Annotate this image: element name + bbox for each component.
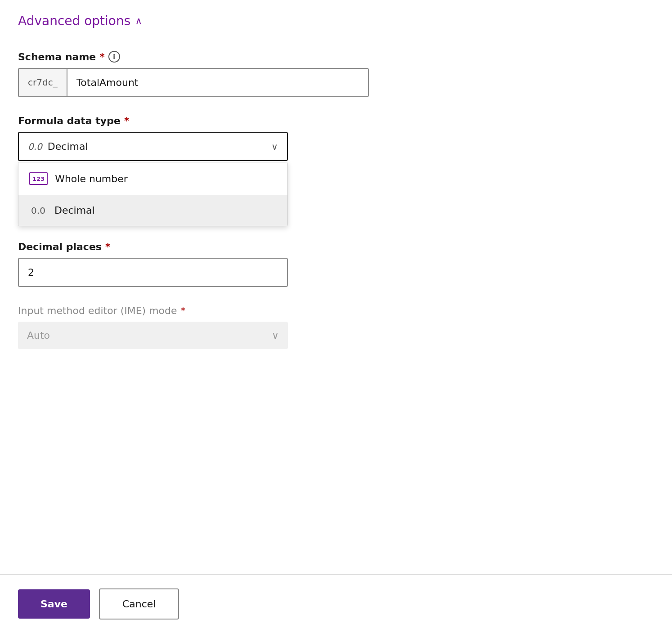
advanced-options-label: Advanced options [18,13,130,28]
decimal-type-icon: 0.0 [29,205,47,216]
schema-prefix: cr7dc_ [19,69,67,96]
main-content: Advanced options ∧ Schema name * i cr7dc… [0,0,405,574]
schema-name-required: * [99,51,105,63]
ime-mode-value: Auto [27,330,50,341]
save-button[interactable]: Save [18,589,90,619]
formula-data-type-dropdown-wrapper: 0.0 Decimal ∨ 123 Whole number 0.0 Decim… [18,132,288,161]
selected-decimal-icon: 0.0 [28,141,42,152]
decimal-places-input[interactable] [18,258,288,287]
ime-mode-trigger[interactable]: Auto ∨ [18,322,288,349]
schema-name-input-wrapper: cr7dc_ [18,68,369,97]
schema-name-section: Schema name * i cr7dc_ [18,51,387,97]
chevron-up-icon: ∧ [135,15,142,27]
page-container: Advanced options ∧ Schema name * i cr7dc… [0,0,672,633]
decimal-places-label: Decimal places * [18,241,387,252]
whole-number-label: Whole number [55,173,128,184]
ime-mode-label: Input method editor (IME) mode * [18,305,387,316]
formula-data-type-trigger[interactable]: 0.0 Decimal ∨ [18,132,288,161]
cancel-button[interactable]: Cancel [99,588,179,620]
formula-data-type-required: * [124,115,130,126]
formula-data-type-section: Formula data type * 0.0 Decimal ∨ 123 Wh… [18,115,387,161]
footer: Save Cancel [0,574,672,633]
ime-mode-section: Input method editor (IME) mode * Auto ∨ [18,305,387,349]
whole-number-icon: 123 [29,172,48,185]
ime-mode-required: * [181,305,186,316]
decimal-label: Decimal [54,205,95,216]
formula-data-type-label: Formula data type * [18,115,387,126]
decimal-places-section: Decimal places * [18,241,387,287]
advanced-options-header[interactable]: Advanced options ∧ [18,13,387,28]
dropdown-item-whole-number[interactable]: 123 Whole number [18,162,287,195]
ime-mode-chevron-icon: ∨ [272,330,279,341]
ime-mode-dropdown-wrapper: Auto ∨ [18,322,288,349]
schema-name-info-icon[interactable]: i [108,51,120,63]
dropdown-item-decimal[interactable]: 0.0 Decimal [18,195,287,226]
schema-name-label: Schema name * i [18,51,387,63]
schema-name-input[interactable] [67,69,368,96]
selected-value-label: Decimal [48,141,88,152]
dropdown-trigger-content: 0.0 Decimal [28,141,88,152]
decimal-places-required: * [105,241,111,252]
dropdown-chevron-icon: ∨ [271,141,278,152]
formula-data-type-menu: 123 Whole number 0.0 Decimal [18,162,288,226]
